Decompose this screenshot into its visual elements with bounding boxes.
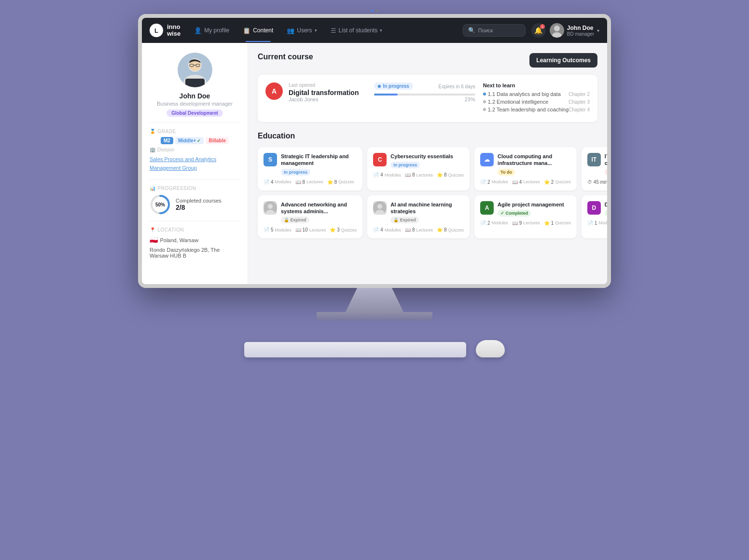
main-content: John Doe Business development manager Gl…	[142, 43, 607, 284]
location-icon: 📍	[150, 227, 156, 232]
dot-inactive	[375, 10, 378, 12]
edu-card-2[interactable]: C Cybersecurity essentials In progress 📄…	[367, 147, 470, 191]
course-author: Jacob Jones	[289, 96, 366, 102]
edu-card-header-2: C Cybersecurity essentials In progress	[373, 153, 464, 168]
edu-stats-8: 📄1Modules 📖7Lectures ⭐3Quizzes	[587, 220, 607, 226]
badge-m2: M2	[161, 137, 173, 144]
edu-status-4: ✗ Not passed	[605, 169, 607, 176]
edu-status-6: 🔒 Expired	[390, 217, 419, 223]
edu-card-header-3: ☁ Cloud computing and infrastructure man…	[480, 153, 571, 176]
edu-stats-7: 📄2Modules 📖9Lectures ⭐1Quizzes	[480, 220, 571, 226]
progress-label: 23%	[374, 96, 475, 102]
notification-badge: 1	[540, 24, 545, 29]
content-label: Content	[253, 27, 273, 34]
progress-bar-fill	[374, 94, 397, 96]
edu-card-header-8: D Data-driven decision making ✓ Complete…	[587, 201, 607, 217]
edu-stats-4: ⏱ 45 min 30 min	[587, 179, 607, 185]
edu-card-6[interactable]: AI and machine learning strategies 🔒 Exp…	[367, 195, 470, 239]
edu-card-header-5: Advanced networking and systems adminis.…	[264, 201, 357, 224]
edu-card-header-6: AI and machine learning strategies 🔒 Exp…	[373, 201, 464, 224]
users-icon: 👥	[287, 27, 294, 34]
sidebar-user-name: John Doe	[180, 92, 210, 100]
course-progress-area: In progress Expires in 6 days 23%	[366, 82, 483, 102]
course-left: A Last opened Digital transformation Jac…	[265, 82, 366, 102]
nav-content[interactable]: 📋 Content	[237, 24, 279, 37]
dot-blue-1	[483, 93, 486, 96]
nav-users[interactable]: 👥 Users ▾	[281, 24, 322, 37]
svg-rect-6	[185, 79, 205, 87]
edu-card-3[interactable]: ☁ Cloud computing and infrastructure man…	[474, 147, 577, 191]
nav-user-role: BD manager	[567, 31, 594, 37]
dot-active	[371, 10, 374, 12]
progression-circle: 50%	[150, 194, 171, 215]
edu-icon-4: IT	[587, 153, 601, 166]
edu-stats-2: 📄4Modules 📖8Lectures ⭐8Quizzes	[373, 172, 464, 178]
edu-status-3: To do	[498, 169, 515, 176]
svg-point-18	[377, 204, 382, 209]
search-placeholder: Поиск	[478, 27, 493, 33]
edu-card-header-1: S Strategic IT leadership and management…	[264, 153, 357, 176]
check-icon: ✓	[197, 138, 201, 143]
grade-label: 🏅 Grade	[150, 129, 176, 134]
divider-2	[150, 179, 240, 180]
svg-text:50%: 50%	[155, 202, 165, 207]
edu-card-4[interactable]: IT IT governance and compliance ✗ Not pa…	[582, 147, 607, 191]
user-profile-nav[interactable]: John Doe BD manager ▾	[550, 23, 599, 38]
nav-right: 🔔 1 John Doe BD manager	[531, 23, 599, 38]
nav-list-of-students[interactable]: ☰ List of students ▾	[325, 24, 388, 37]
badge-billable: Billable	[206, 137, 229, 144]
logo-area[interactable]: L innowise	[150, 24, 180, 38]
chevron-down-icon: ▾	[315, 28, 317, 33]
list-of-students-label: List of students	[339, 27, 378, 34]
search-bar[interactable]: 🔍 Поиск	[463, 24, 526, 37]
division-icon: 🏢	[150, 147, 155, 152]
list-icon: ☰	[331, 27, 336, 34]
edu-status-7: ✓ Completed	[498, 210, 531, 217]
users-label: Users	[297, 27, 312, 34]
location-section-label: 📍 Location	[150, 227, 184, 232]
next-to-learn-label: Next to learn	[483, 82, 590, 88]
edu-card-header-7: A Agile project management ✓ Completed	[480, 201, 571, 217]
edu-icon-2: C	[373, 153, 387, 166]
progress-bar	[374, 94, 475, 96]
education-grid: S Strategic IT leadership and management…	[258, 147, 597, 238]
next-item-3: 1.2 Team leadership and coaching Chapter…	[483, 107, 590, 112]
current-course-card: A Last opened Digital transformation Jac…	[258, 75, 597, 122]
edu-card-1[interactable]: S Strategic IT leadership and management…	[258, 147, 362, 191]
edu-icon-8: D	[587, 201, 601, 215]
notification-button[interactable]: 🔔 1	[531, 23, 546, 38]
edu-card-title-8: Data-driven decision making	[605, 201, 607, 208]
next-to-learn: Next to learn 1.1 Data analytics and big…	[483, 82, 590, 114]
sidebar-user-role: Business development manager	[157, 101, 233, 107]
last-opened-label: Last opened	[289, 82, 366, 88]
edu-icon-6	[373, 201, 387, 215]
logo-icon: L	[150, 24, 163, 37]
edu-status-5: 🔒 Expired	[281, 217, 309, 223]
search-icon: 🔍	[468, 27, 475, 34]
my-profile-label: My profile	[204, 27, 229, 34]
edu-card-5[interactable]: Advanced networking and systems adminis.…	[258, 195, 362, 239]
location-country-row: 🇵🇱 Poland, Warsaw	[150, 235, 240, 244]
edu-card-title-5: Advanced networking and systems adminis.…	[281, 201, 357, 215]
sidebar: John Doe Business development manager Gl…	[142, 43, 248, 284]
edu-card-title-1: Strategic IT leadership and management	[281, 153, 357, 167]
edu-card-header-4: IT IT governance and compliance ✗ Not pa…	[587, 153, 607, 176]
edu-card-7[interactable]: A Agile project management ✓ Completed 📄…	[474, 195, 577, 239]
division-section-label: 🏢 Division	[150, 147, 240, 152]
dot-gray-2	[483, 108, 486, 111]
group-link[interactable]: Sales Process and Analytics Management G…	[150, 154, 240, 172]
edu-status-1: In progress	[281, 169, 310, 176]
nav-my-profile[interactable]: 👤 My profile	[188, 24, 235, 37]
monitor-neck	[346, 288, 403, 312]
progression-row: 50% Completed courses 2/8	[150, 194, 240, 215]
svg-point-1	[554, 26, 560, 31]
edu-card-title-6: AI and machine learning strategies	[390, 201, 464, 215]
progression-completed-label: Completed courses	[176, 198, 222, 204]
divider-1	[150, 123, 240, 123]
edu-card-8[interactable]: D Data-driven decision making ✓ Complete…	[582, 195, 607, 239]
nav-user-chevron: ▾	[597, 28, 599, 33]
edu-icon-1: S	[264, 153, 277, 166]
progression-icon: 📊	[150, 186, 156, 191]
learning-outcomes-button[interactable]: Learning Outcomes	[529, 53, 597, 68]
edu-icon-3: ☁	[480, 153, 494, 166]
